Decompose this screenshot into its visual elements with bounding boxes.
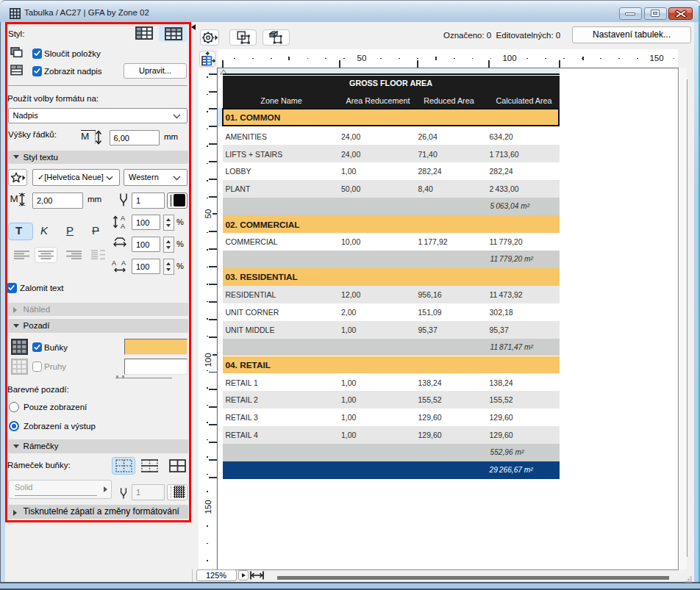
svg-text:A: A [121, 223, 125, 230]
svg-text:A: A [121, 259, 126, 267]
svg-text:A: A [112, 259, 116, 267]
svg-text:A: A [121, 215, 125, 222]
